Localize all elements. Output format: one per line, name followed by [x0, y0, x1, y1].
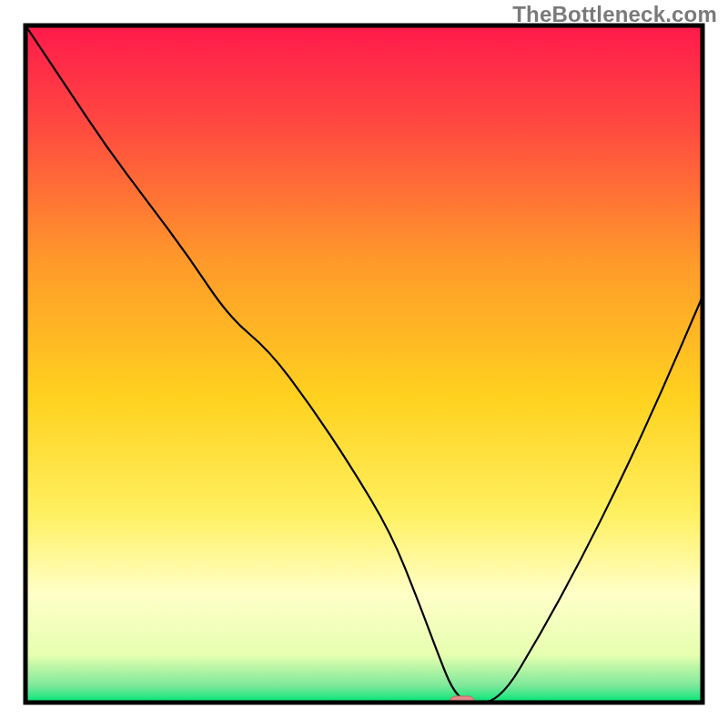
- watermark-text: TheBottleneck.com: [512, 2, 717, 27]
- gradient-background: [25, 25, 703, 703]
- plot-svg: [0, 0, 728, 728]
- bottleneck-chart: TheBottleneck.com: [0, 0, 728, 728]
